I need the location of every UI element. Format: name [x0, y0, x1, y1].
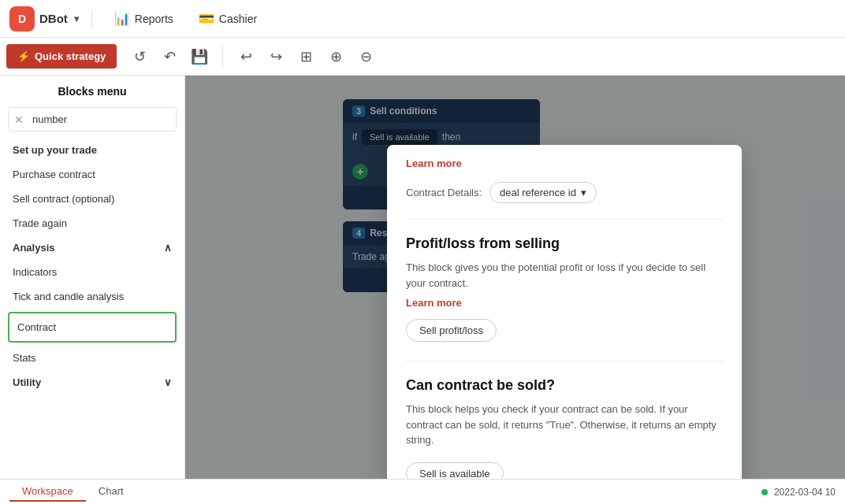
modal-section2-desc: This block helps you check if your contr… — [406, 402, 723, 448]
nav-divider-1 — [91, 9, 92, 28]
sidebar-item-setup-trade[interactable]: Set up your trade — [0, 138, 184, 162]
sidebar-item-sell-contract[interactable]: Sell contract (optional) — [0, 187, 184, 211]
reload-button[interactable]: ↺ — [126, 43, 153, 70]
zoom-in-button[interactable]: ⊕ — [322, 43, 349, 70]
tab-chart[interactable]: Chart — [86, 482, 136, 502]
bottom-bar: Workspace Chart 2022-03-04 10 — [0, 479, 845, 504]
search-icon: ✕ — [14, 113, 24, 126]
contract-select-chevron-icon: ▾ — [581, 187, 586, 198]
modal-section2-title: Can contract be sold? — [406, 377, 723, 394]
utility-chevron-icon: ∨ — [164, 376, 172, 388]
canvas-area: 3 Sell conditions if Sell is available t… — [185, 76, 845, 479]
sidebar-item-stats[interactable]: Stats — [0, 346, 184, 370]
nav-cashier-label: Cashier — [219, 13, 257, 25]
modal-top-learn-more[interactable]: Learn more — [387, 145, 742, 176]
redo-button[interactable]: ↪ — [262, 43, 289, 70]
undo-button[interactable]: ↩ — [233, 43, 259, 70]
contract-select-value: deal reference id — [500, 187, 576, 198]
bottom-right: 2022-03-04 10 — [761, 487, 836, 498]
modal-dialog: Learn more Contract Details: deal refere… — [387, 145, 742, 479]
quick-strategy-button[interactable]: ⚡ Quick strategy — [6, 44, 117, 69]
analysis-chevron-icon: ∧ — [164, 242, 172, 254]
utility-label: Utility — [13, 376, 41, 388]
nav-reports-label: Reports — [135, 13, 173, 25]
modal-section1-learn-more[interactable]: Learn more — [406, 297, 462, 309]
bottom-tabs: Workspace Chart — [9, 482, 136, 502]
sidebar-item-tick-candle[interactable]: Tick and candle analysis — [0, 284, 184, 309]
modal-section1-title: Profit/loss from selling — [406, 235, 723, 252]
search-input[interactable] — [8, 107, 177, 132]
sidebar: Blocks menu ✕ Set up your trade Purchase… — [0, 76, 185, 479]
sidebar-header: Blocks menu — [0, 76, 184, 104]
contract-details-row: Contract Details: deal reference id ▾ — [406, 176, 723, 216]
save-button[interactable]: 💾 — [186, 43, 213, 70]
modal-section1-tag[interactable]: Sell profit/loss — [406, 319, 497, 342]
modal-divider-2 — [406, 361, 723, 361]
cashier-icon: 💳 — [199, 11, 214, 26]
quick-strategy-icon: ⚡ — [17, 50, 30, 62]
sidebar-item-contract[interactable]: Contract — [8, 312, 177, 343]
search-box: ✕ — [8, 107, 177, 132]
app-name: DBot — [39, 12, 68, 25]
sidebar-section-utility[interactable]: Utility ∨ — [0, 370, 184, 395]
sidebar-section-analysis[interactable]: Analysis ∧ — [0, 235, 184, 260]
nav-reports[interactable]: 📊 Reports — [105, 6, 183, 31]
toolbar-separator — [222, 46, 223, 68]
modal-content: Contract Details: deal reference id ▾ Pr… — [387, 176, 742, 479]
analysis-label: Analysis — [13, 242, 54, 254]
modal-section1-desc: This block gives you the potential profi… — [406, 260, 723, 291]
contract-label: Contract — [17, 321, 56, 333]
contract-select-dropdown[interactable]: deal reference id ▾ — [490, 182, 597, 203]
modal-section2-tag[interactable]: Sell is available — [406, 462, 504, 480]
sidebar-item-purchase-contract[interactable]: Purchase contract — [0, 162, 184, 187]
undo-arrow-button[interactable]: ↶ — [156, 43, 183, 70]
contract-details-label: Contract Details: — [406, 187, 482, 198]
nav-cashier[interactable]: 💳 Cashier — [189, 6, 266, 31]
app-logo[interactable]: D DBot ▾ — [9, 6, 79, 32]
status-dot-icon — [761, 489, 768, 495]
modal-overlay: Learn more Contract Details: deal refere… — [185, 76, 845, 479]
main-layout: Blocks menu ✕ Set up your trade Purchase… — [0, 76, 845, 479]
modal-divider-1 — [406, 219, 723, 220]
sidebar-item-trade-again[interactable]: Trade again — [0, 211, 184, 235]
quick-strategy-label: Quick strategy — [35, 50, 106, 62]
toolbar: ⚡ Quick strategy ↺ ↶ 💾 ↩ ↪ ⊞ ⊕ ⊖ — [0, 38, 845, 76]
timestamp: 2022-03-04 10 — [774, 487, 836, 498]
top-nav: D DBot ▾ 📊 Reports 💳 Cashier — [0, 0, 845, 38]
zoom-out-button[interactable]: ⊖ — [352, 43, 379, 70]
reports-icon: 📊 — [114, 11, 130, 26]
tab-workspace[interactable]: Workspace — [9, 482, 86, 502]
logo-icon: D — [9, 6, 35, 32]
sidebar-item-indicators[interactable]: Indicators — [0, 260, 184, 284]
grid-button[interactable]: ⊞ — [292, 43, 319, 70]
app-chevron-icon: ▾ — [74, 13, 79, 24]
